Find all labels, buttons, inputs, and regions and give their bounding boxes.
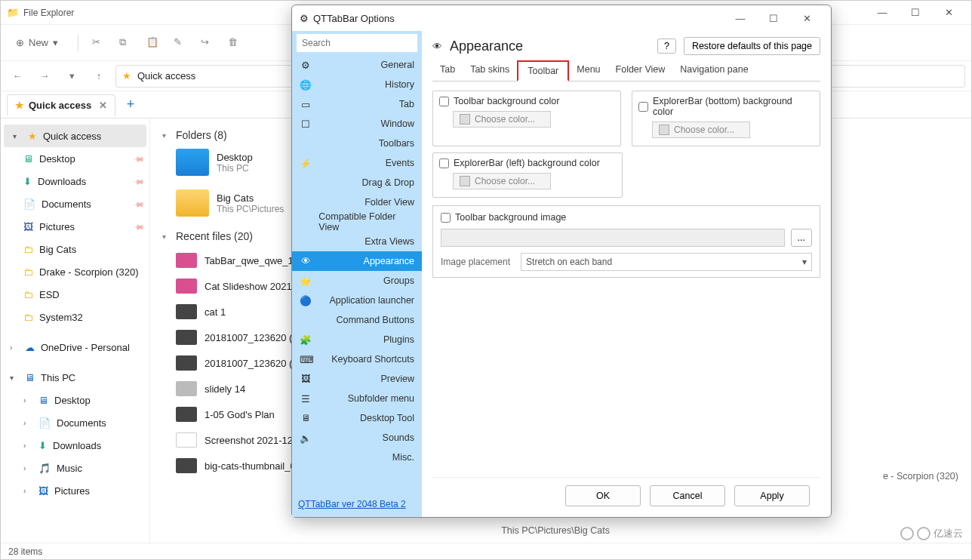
close-button[interactable]: ✕ [932,2,965,23]
tree-pc-downloads[interactable]: ›⬇Downloads [1,434,149,457]
cat-extraviews[interactable]: Extra Views [292,232,422,251]
cat-shortcuts[interactable]: ⌨Keyboard Shortcuts [292,349,422,369]
cat-toolbars[interactable]: Toolbars [292,134,422,153]
minimize-button[interactable]: — [866,2,899,23]
chk-explorerbar-bottom[interactable]: ExplorerBar (bottom) background color [638,96,814,117]
cat-dragdrop[interactable]: Drag & Drop [292,173,422,192]
tab-navpane[interactable]: Navigation pane [672,60,755,81]
browse-button[interactable]: ... [791,229,812,247]
paste-icon[interactable]: 📋 [146,36,160,50]
visible-breadcrumb-top: e - Scorpion (320) [883,471,958,492]
tree-documents[interactable]: 📄Documents [1,192,149,215]
tree-bigcats[interactable]: 🗀Big Cats [1,238,149,260]
checkbox[interactable] [638,102,648,112]
tab-tabskins[interactable]: Tab skins [463,60,517,81]
dlg-minimize-button[interactable]: — [724,8,757,29]
cat-sounds[interactable]: 🔈Sounds [292,428,422,448]
address-text: Quick access [137,70,195,82]
tree-desktop[interactable]: 🖥Desktop [1,147,149,170]
tab-toolbar[interactable]: Toolbar [517,60,569,82]
tree-pc-desktop[interactable]: ›🖥Desktop [1,389,149,411]
cat-subfolder[interactable]: ☰Subfolder menu [292,389,422,408]
cat-misc[interactable]: Misc. [292,448,422,467]
new-button[interactable]: ⊕ New ▾ [10,34,64,51]
tree-drake[interactable]: 🗀Drake - Scorpion (320) [1,260,149,283]
dialog-titlebar: ⚙ QTTabBar Options — ☐ ✕ [292,5,831,31]
star-icon: ★ [122,70,131,82]
folder-path: This PC [217,163,253,174]
folder-icon [176,189,209,217]
cat-preview[interactable]: 🖼Preview [292,369,422,389]
checkbox[interactable] [439,97,449,106]
restore-defaults-button[interactable]: Restore defaults of this page [684,37,820,55]
tree-pc-music[interactable]: ›🎵Music [1,457,149,479]
tab-folderview[interactable]: Folder View [608,60,673,81]
ok-button[interactable]: OK [565,485,641,506]
forward-button[interactable]: → [34,66,55,87]
tree-label: Downloads [53,440,101,451]
checkbox[interactable] [439,158,449,168]
cat-events[interactable]: ⚡Events [292,153,422,173]
apply-button[interactable]: Apply [734,485,810,506]
up-button[interactable]: ↑ [88,66,109,87]
search-input[interactable] [297,34,417,52]
cat-plugins[interactable]: 🧩Plugins [292,330,422,349]
share-icon[interactable]: ↪ [201,36,214,50]
cat-general[interactable]: ⚙General [292,55,422,75]
cat-tab[interactable]: ▭Tab [292,94,422,114]
cat-label: Groups [383,275,414,286]
tree-system32[interactable]: 🗀System32 [1,306,149,328]
tree-thispc[interactable]: ▾🖥This PC [1,366,149,389]
chk-toolbar-image[interactable]: Toolbar background image [441,212,812,223]
copy-icon[interactable]: ⧉ [119,36,133,50]
cat-cmdbuttons[interactable]: Command Buttons [292,310,422,330]
cat-compat[interactable]: Compatible Folder View [292,212,422,232]
cat-appearance[interactable]: 👁Appearance [292,251,422,271]
recent-dropdown[interactable]: ▾ [61,66,82,87]
tree-pc-pictures[interactable]: ›🖼Pictures [1,479,149,502]
tree-quick-access[interactable]: ▾★Quick access [4,125,146,147]
cancel-button[interactable]: Cancel [650,485,725,506]
cat-window[interactable]: ☐Window [292,114,422,134]
tree-label: Pictures [54,485,90,497]
tree-onedrive[interactable]: ›☁OneDrive - Personal [1,336,149,358]
new-tab-button[interactable]: + [120,94,141,115]
tree-pc-documents[interactable]: ›📄Documents [1,411,149,434]
group-toolbar-bg: Toolbar background color Choose color... [432,91,621,146]
image-path-input[interactable] [441,229,785,247]
tab-close-icon[interactable]: ✕ [99,100,107,111]
dlg-close-button[interactable]: ✕ [790,8,823,29]
tab-quick-access[interactable]: ★ Quick access ✕ [7,94,115,115]
choose-color-button[interactable]: Choose color... [453,111,551,128]
rename-icon[interactable]: ✎ [174,36,187,50]
tree-pictures[interactable]: 🖼Pictures [1,215,149,238]
delete-icon[interactable]: 🗑 [228,36,241,50]
tree-downloads[interactable]: ⬇Downloads [1,170,149,192]
plugin-icon: 🧩 [300,334,312,346]
globe-icon: 🌐 [300,79,312,91]
chk-label: ExplorerBar (left) background color [454,158,600,168]
tree-esd[interactable]: 🗀ESD [1,283,149,306]
choose-color-button[interactable]: Choose color... [652,122,750,138]
cat-history[interactable]: 🌐History [292,75,422,94]
version-link[interactable]: QTTabBar ver 2048 Beta 2 [298,499,416,509]
cat-groups[interactable]: ⭐Groups [292,271,422,291]
help-button[interactable]: ? [657,38,676,54]
chk-toolbar-bg[interactable]: Toolbar background color [439,96,614,106]
placement-select[interactable]: Stretch on each band▾ [521,253,812,271]
cut-icon[interactable]: ✂ [92,36,106,50]
cat-label: Application launcher [329,295,414,306]
chk-explorerbar-left[interactable]: ExplorerBar (left) background color [439,158,616,168]
maximize-button[interactable]: ☐ [899,2,932,23]
file-name: cat 1 [205,306,226,318]
checkbox[interactable] [441,213,451,223]
back-button[interactable]: ← [7,66,28,87]
cat-desktoptool[interactable]: 🖥Desktop Tool [292,408,422,428]
tab-menu[interactable]: Menu [569,60,608,81]
choose-color-button[interactable]: Choose color... [453,173,551,189]
dlg-maximize-button[interactable]: ☐ [757,8,790,29]
cat-label: Command Buttons [336,315,414,325]
tab-tab[interactable]: Tab [432,60,463,81]
cat-folderview[interactable]: Folder View [292,192,422,212]
cat-applauncher[interactable]: 🔵Application launcher [292,291,422,310]
